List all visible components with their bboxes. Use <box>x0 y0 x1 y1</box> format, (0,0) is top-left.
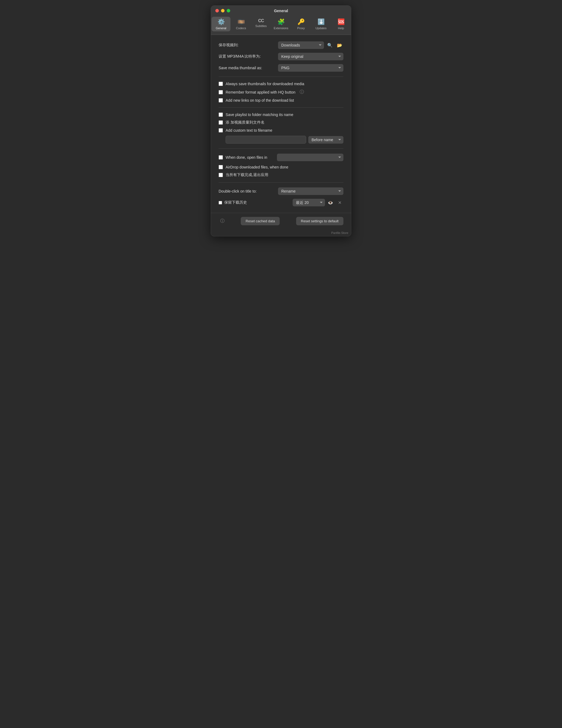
airdrop-checkbox[interactable] <box>219 165 223 169</box>
quit-checkbox[interactable] <box>219 173 223 177</box>
remember-format-label: Remember format applied with HQ button <box>226 90 295 94</box>
watermark: Panfile.Store <box>211 230 351 236</box>
add-links-top-label: Add new links on top of the download lis… <box>226 98 294 102</box>
tab-extensions[interactable]: 🧩 Extensions <box>272 17 290 31</box>
tab-updates-label: Updates <box>315 27 327 30</box>
add-links-top-checkbox[interactable] <box>219 98 223 102</box>
tab-help[interactable]: 🆘 Help <box>331 17 350 31</box>
watermark-text: Panfile.Store <box>331 231 348 234</box>
playlist-folder-label: Save playlist to folder matching its nam… <box>226 112 293 117</box>
reset-cached-button[interactable]: Reset cached data <box>241 217 280 225</box>
codecs-icon: 🎞️ <box>238 18 245 25</box>
mp3-bitrate-select[interactable]: Keep original 128 kbps 192 kbps 256 kbps… <box>278 53 343 60</box>
help-icon: 🆘 <box>337 18 345 25</box>
checkbox-custom-text: Add custom text to filename <box>219 128 343 133</box>
extensions-icon: 🧩 <box>278 18 285 25</box>
window-controls <box>215 9 230 12</box>
when-done-checkbox[interactable] <box>219 155 223 160</box>
when-done-select[interactable]: Finder VLC IINA <box>277 154 343 161</box>
tab-updates[interactable]: ⬇️ Updates <box>311 17 330 31</box>
custom-text-checkbox[interactable] <box>219 128 223 133</box>
custom-text-input-row: Before name After name <box>219 136 343 144</box>
tab-proxy[interactable]: 🔑 Proxy <box>291 17 310 31</box>
checkbox-add-links-top: Add new links on top of the download lis… <box>219 98 343 102</box>
remember-format-info-icon[interactable]: ⓘ <box>299 89 304 95</box>
tab-subtitles-label: Subtitles <box>255 24 267 28</box>
double-click-row: Double-click on title to: Rename Open No… <box>219 187 343 195</box>
double-click-controls: Rename Open Nothing <box>278 187 343 195</box>
video-quality-checkbox[interactable] <box>219 120 223 125</box>
main-window: General ⚙️ General 🎞️ Codecs CC Subtitle… <box>211 5 351 236</box>
when-done-label: When done, open files in <box>226 155 267 160</box>
divider-4 <box>219 182 343 183</box>
thumbnail-label: Save media thumbnail as: <box>219 66 275 70</box>
remember-format-checkbox[interactable] <box>219 90 223 94</box>
tab-help-label: Help <box>338 27 344 30</box>
checkbox-playlist-folder: Save playlist to folder matching its nam… <box>219 112 343 117</box>
maximize-button[interactable] <box>227 9 230 12</box>
bottom-bar: ⓘ Reset cached data Reset settings to de… <box>211 213 351 230</box>
custom-text-label: Add custom text to filename <box>226 128 273 133</box>
general-icon: ⚙️ <box>218 18 225 25</box>
history-checkbox[interactable] <box>219 201 222 204</box>
reset-settings-button[interactable]: Reset settings to default <box>296 217 343 225</box>
titlebar: General <box>211 6 351 15</box>
mp3-bitrate-controls: Keep original 128 kbps 192 kbps 256 kbps… <box>278 53 343 60</box>
window-title: General <box>274 9 288 13</box>
always-thumbnails-label: Always save thumbnails for downloaded me… <box>226 82 304 86</box>
toolbar: ⚙️ General 🎞️ Codecs CC Subtitles 🧩 Exte… <box>211 15 351 35</box>
video-quality-label: 添 加视频质量到文件名 <box>226 120 265 125</box>
custom-text-input[interactable] <box>226 136 306 144</box>
open-folder-button[interactable]: 📂 <box>336 41 343 49</box>
save-video-select[interactable]: Downloads Desktop Documents Custom... <box>278 41 324 49</box>
double-click-select[interactable]: Rename Open Nothing <box>278 187 343 195</box>
tab-general-label: General <box>216 27 226 30</box>
playlist-folder-checkbox[interactable] <box>219 112 223 117</box>
checkbox-airdrop: AirDrop downloaded files, when done <box>219 165 343 169</box>
tab-codecs[interactable]: 🎞️ Codecs <box>232 17 251 31</box>
tab-extensions-label: Extensions <box>274 27 288 30</box>
thumbnail-select[interactable]: PNG JPG None <box>278 64 343 72</box>
content-area: 保存视频到: Downloads Desktop Documents Custo… <box>211 35 351 213</box>
history-row: 保留下载历史 最近 20 最近 50 最近 100 全部 👁️ ✕ <box>219 199 343 206</box>
history-clear-button[interactable]: ✕ <box>336 199 343 206</box>
tab-codecs-label: Codecs <box>236 27 246 30</box>
when-done-checkbox-row: When done, open files in <box>219 155 274 160</box>
thumbnail-row: Save media thumbnail as: PNG JPG None <box>219 64 343 72</box>
tab-proxy-label: Proxy <box>297 27 305 30</box>
updates-icon: ⬇️ <box>317 18 325 25</box>
before-after-select[interactable]: Before name After name <box>308 136 343 144</box>
history-select-wrap: 最近 20 最近 50 最近 100 全部 👁️ ✕ <box>292 199 343 206</box>
tab-subtitles[interactable]: CC Subtitles <box>252 17 271 31</box>
thumbnail-controls: PNG JPG None <box>278 64 343 72</box>
divider-2 <box>219 107 343 108</box>
search-folder-button[interactable]: 🔍 <box>326 41 334 49</box>
save-video-controls: Downloads Desktop Documents Custom... 🔍 … <box>278 41 343 49</box>
save-video-row: 保存视频到: Downloads Desktop Documents Custo… <box>219 41 343 49</box>
close-button[interactable] <box>215 9 219 12</box>
checkbox-video-quality: 添 加视频质量到文件名 <box>219 120 343 125</box>
proxy-icon: 🔑 <box>297 18 305 25</box>
divider-3 <box>219 148 343 149</box>
bottom-info-icon[interactable]: ⓘ <box>220 218 225 224</box>
mp3-bitrate-row: 设置 MP3/M4A 比特率为: Keep original 128 kbps … <box>219 53 343 60</box>
subtitles-icon: CC <box>258 18 264 23</box>
checkbox-quit: 当所有下载完成,退出应用 <box>219 173 343 177</box>
always-thumbnails-checkbox[interactable] <box>219 82 223 86</box>
when-done-row: When done, open files in Finder VLC IINA <box>219 154 343 161</box>
history-label: 保留下载历史 <box>224 200 290 205</box>
quit-label: 当所有下载完成,退出应用 <box>226 173 268 177</box>
tab-general[interactable]: ⚙️ General <box>212 17 231 31</box>
mp3-bitrate-label: 设置 MP3/M4A 比特率为: <box>219 54 275 59</box>
checkbox-remember-format: Remember format applied with HQ button ⓘ <box>219 89 343 95</box>
save-video-label: 保存视频到: <box>219 43 275 48</box>
airdrop-label: AirDrop downloaded files, when done <box>226 165 288 169</box>
minimize-button[interactable] <box>221 9 225 12</box>
history-view-button[interactable]: 👁️ <box>327 199 334 206</box>
checkbox-always-thumbnails: Always save thumbnails for downloaded me… <box>219 82 343 86</box>
history-select[interactable]: 最近 20 最近 50 最近 100 全部 <box>292 199 325 206</box>
double-click-label: Double-click on title to: <box>219 189 275 193</box>
